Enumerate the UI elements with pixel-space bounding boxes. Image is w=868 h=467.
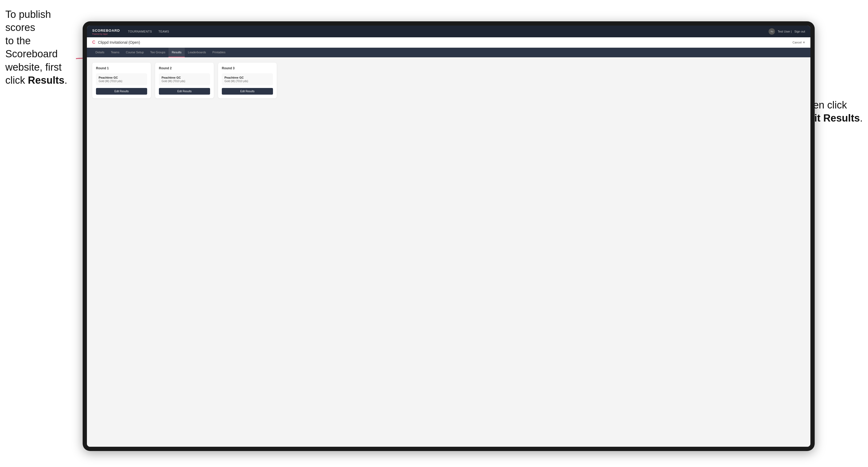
round-3-course-name: Peachtree GC: [224, 76, 270, 79]
tab-tee-groups[interactable]: Tee Groups: [147, 48, 168, 57]
tab-course-setup[interactable]: Course Setup: [123, 48, 147, 57]
sign-out-button[interactable]: Sign out: [795, 30, 805, 33]
user-avatar: TU: [769, 28, 775, 35]
tournament-icon: C: [92, 40, 95, 45]
tab-details[interactable]: Details: [92, 48, 108, 57]
round-3-card: Round 3 Peachtree GC Gold (M) (7010 yds)…: [218, 63, 277, 98]
nav-tournaments[interactable]: TOURNAMENTS: [128, 29, 152, 34]
edit-results-round-3[interactable]: Edit Results: [222, 88, 273, 95]
tab-printables[interactable]: Printables: [209, 48, 229, 57]
round-3-course: Peachtree GC Gold (M) (7010 yds): [222, 73, 273, 85]
round-1-course-details: Gold (M) (7010 yds): [99, 80, 145, 83]
tab-leaderboards[interactable]: Leaderboards: [185, 48, 209, 57]
logo-sub: Powered by clippd: [92, 33, 120, 35]
edit-results-round-1[interactable]: Edit Results: [96, 88, 147, 95]
cancel-button[interactable]: Cancel ✕: [793, 41, 805, 44]
tablet-frame: SCOREBOARD Powered by clippd TOURNAMENTS…: [83, 21, 815, 451]
edit-results-round-2[interactable]: Edit Results: [159, 88, 210, 95]
round-2-course: Peachtree GC Gold (M) (7010 yds): [159, 73, 210, 85]
round-2-course-details: Gold (M) (7010 yds): [161, 80, 208, 83]
tournament-name: Clippd Invitational (Open): [98, 40, 140, 44]
logo-area: SCOREBOARD Powered by clippd: [92, 28, 120, 35]
top-nav: SCOREBOARD Powered by clippd TOURNAMENTS…: [87, 26, 810, 37]
tab-results[interactable]: Results: [168, 48, 185, 57]
nav-right: TU Test User | Sign out: [769, 28, 805, 35]
nav-links: TOURNAMENTS TEAMS: [128, 29, 769, 34]
logo-text: SCOREBOARD: [92, 29, 120, 33]
tablet-screen: SCOREBOARD Powered by clippd TOURNAMENTS…: [87, 26, 810, 447]
results-emphasis: Results: [28, 75, 64, 86]
tab-teams[interactable]: Teams: [108, 48, 123, 57]
round-3-course-details: Gold (M) (7010 yds): [224, 80, 270, 83]
tournament-header: C Clippd Invitational (Open) Cancel ✕: [87, 37, 810, 48]
main-content: Round 1 Peachtree GC Gold (M) (7010 yds)…: [87, 57, 810, 447]
round-3-title: Round 3: [222, 66, 273, 70]
round-1-card: Round 1 Peachtree GC Gold (M) (7010 yds)…: [92, 63, 151, 98]
round-2-course-name: Peachtree GC: [161, 76, 208, 79]
user-label: Test User |: [778, 30, 792, 33]
cancel-label: Cancel: [793, 41, 802, 44]
round-1-title: Round 1: [96, 66, 147, 70]
round-2-title: Round 2: [159, 66, 210, 70]
round-1-course: Peachtree GC Gold (M) (7010 yds): [96, 73, 147, 85]
tournament-title: C Clippd Invitational (Open): [92, 40, 140, 45]
sub-nav: Details Teams Course Setup Tee Groups Re…: [87, 48, 810, 57]
rounds-grid: Round 1 Peachtree GC Gold (M) (7010 yds)…: [92, 63, 805, 98]
nav-teams[interactable]: TEAMS: [158, 29, 169, 34]
round-2-card: Round 2 Peachtree GC Gold (M) (7010 yds)…: [155, 63, 214, 98]
cancel-icon: ✕: [803, 41, 805, 44]
round-1-course-name: Peachtree GC: [99, 76, 145, 79]
